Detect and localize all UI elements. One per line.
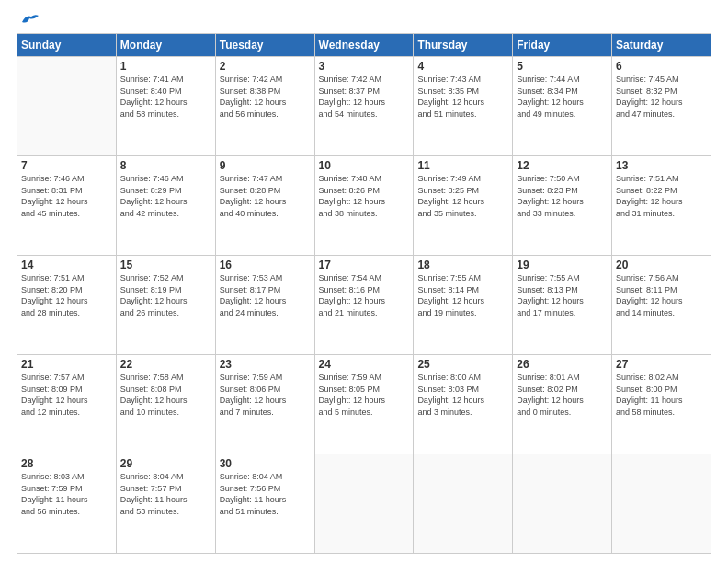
day-number: 14: [21, 259, 112, 271]
day-cell: 2Sunrise: 7:42 AM Sunset: 8:38 PM Daylig…: [215, 57, 314, 156]
weekday-friday: Friday: [513, 34, 612, 57]
day-info: Sunrise: 8:04 AM Sunset: 7:56 PM Dayligh…: [220, 471, 311, 517]
day-number: 6: [616, 60, 707, 73]
day-info: Sunrise: 7:52 AM Sunset: 8:19 PM Dayligh…: [120, 272, 211, 318]
day-cell: 12Sunrise: 7:50 AM Sunset: 8:23 PM Dayli…: [513, 156, 612, 256]
day-info: Sunrise: 7:54 AM Sunset: 8:16 PM Dayligh…: [319, 272, 410, 318]
weekday-wednesday: Wednesday: [314, 34, 414, 57]
day-cell: 21Sunrise: 7:57 AM Sunset: 8:09 PM Dayli…: [17, 355, 117, 454]
day-cell: [612, 454, 711, 554]
day-number: 29: [120, 457, 211, 470]
day-number: 9: [220, 159, 311, 172]
day-cell: 14Sunrise: 7:51 AM Sunset: 8:20 PM Dayli…: [17, 256, 117, 355]
day-info: Sunrise: 8:01 AM Sunset: 8:02 PM Dayligh…: [517, 372, 608, 418]
weekday-monday: Monday: [116, 34, 215, 57]
day-info: Sunrise: 7:59 AM Sunset: 8:06 PM Dayligh…: [220, 372, 311, 418]
day-number: 15: [120, 259, 211, 271]
day-info: Sunrise: 7:44 AM Sunset: 8:34 PM Dayligh…: [517, 74, 608, 120]
day-number: 11: [417, 159, 508, 172]
logo: [17, 17, 39, 26]
week-row-5: 28Sunrise: 8:03 AM Sunset: 7:59 PM Dayli…: [17, 454, 711, 554]
day-cell: 10Sunrise: 7:48 AM Sunset: 8:26 PM Dayli…: [314, 156, 414, 256]
day-cell: 19Sunrise: 7:55 AM Sunset: 8:13 PM Dayli…: [513, 256, 612, 355]
week-row-2: 7Sunrise: 7:46 AM Sunset: 8:31 PM Daylig…: [17, 156, 711, 256]
day-number: 20: [616, 259, 707, 271]
day-info: Sunrise: 8:02 AM Sunset: 8:00 PM Dayligh…: [616, 372, 707, 418]
day-number: 24: [319, 358, 410, 371]
day-cell: 8Sunrise: 7:46 AM Sunset: 8:29 PM Daylig…: [116, 156, 215, 256]
day-cell: 5Sunrise: 7:44 AM Sunset: 8:34 PM Daylig…: [513, 57, 612, 156]
day-info: Sunrise: 8:03 AM Sunset: 7:59 PM Dayligh…: [21, 471, 112, 517]
day-cell: 24Sunrise: 7:59 AM Sunset: 8:05 PM Dayli…: [314, 355, 414, 454]
logo-bird-icon: [18, 13, 39, 29]
weekday-saturday: Saturday: [612, 34, 711, 57]
day-number: 3: [319, 60, 410, 73]
day-cell: 4Sunrise: 7:43 AM Sunset: 8:35 PM Daylig…: [414, 57, 513, 156]
day-info: Sunrise: 7:49 AM Sunset: 8:25 PM Dayligh…: [417, 173, 508, 219]
day-number: 25: [417, 358, 508, 371]
day-number: 30: [220, 457, 311, 470]
day-info: Sunrise: 7:53 AM Sunset: 8:17 PM Dayligh…: [220, 272, 311, 318]
day-info: Sunrise: 7:43 AM Sunset: 8:35 PM Dayligh…: [417, 74, 508, 120]
header: [17, 17, 711, 26]
day-info: Sunrise: 7:41 AM Sunset: 8:40 PM Dayligh…: [120, 74, 211, 120]
day-cell: 15Sunrise: 7:52 AM Sunset: 8:19 PM Dayli…: [116, 256, 215, 355]
day-cell: 17Sunrise: 7:54 AM Sunset: 8:16 PM Dayli…: [314, 256, 414, 355]
day-cell: 13Sunrise: 7:51 AM Sunset: 8:22 PM Dayli…: [612, 156, 711, 256]
day-cell: 26Sunrise: 8:01 AM Sunset: 8:02 PM Dayli…: [513, 355, 612, 454]
day-number: 27: [616, 358, 707, 371]
day-cell: 1Sunrise: 7:41 AM Sunset: 8:40 PM Daylig…: [116, 57, 215, 156]
page: SundayMondayTuesdayWednesdayThursdayFrid…: [0, 0, 728, 563]
day-cell: 30Sunrise: 8:04 AM Sunset: 7:56 PM Dayli…: [215, 454, 314, 554]
day-number: 22: [120, 358, 211, 371]
day-number: 18: [417, 259, 508, 271]
day-number: 21: [21, 358, 112, 371]
day-cell: [314, 454, 414, 554]
day-info: Sunrise: 7:48 AM Sunset: 8:26 PM Dayligh…: [319, 173, 410, 219]
day-cell: 29Sunrise: 8:04 AM Sunset: 7:57 PM Dayli…: [116, 454, 215, 554]
day-number: 26: [517, 358, 608, 371]
weekday-sunday: Sunday: [17, 34, 117, 57]
day-cell: 23Sunrise: 7:59 AM Sunset: 8:06 PM Dayli…: [215, 355, 314, 454]
weekday-thursday: Thursday: [414, 34, 513, 57]
day-number: 23: [220, 358, 311, 371]
day-cell: 28Sunrise: 8:03 AM Sunset: 7:59 PM Dayli…: [17, 454, 117, 554]
day-cell: [414, 454, 513, 554]
day-cell: 27Sunrise: 8:02 AM Sunset: 8:00 PM Dayli…: [612, 355, 711, 454]
day-cell: 20Sunrise: 7:56 AM Sunset: 8:11 PM Dayli…: [612, 256, 711, 355]
day-info: Sunrise: 7:46 AM Sunset: 8:29 PM Dayligh…: [120, 173, 211, 219]
day-info: Sunrise: 7:46 AM Sunset: 8:31 PM Dayligh…: [21, 173, 112, 219]
day-number: 1: [120, 60, 211, 73]
day-number: 13: [616, 159, 707, 172]
day-info: Sunrise: 7:45 AM Sunset: 8:32 PM Dayligh…: [616, 74, 707, 120]
day-cell: 11Sunrise: 7:49 AM Sunset: 8:25 PM Dayli…: [414, 156, 513, 256]
day-number: 7: [21, 159, 112, 172]
day-cell: 22Sunrise: 7:58 AM Sunset: 8:08 PM Dayli…: [116, 355, 215, 454]
day-number: 16: [220, 259, 311, 271]
day-number: 2: [220, 60, 311, 73]
day-info: Sunrise: 8:00 AM Sunset: 8:03 PM Dayligh…: [417, 372, 508, 418]
day-number: 17: [319, 259, 410, 271]
day-number: 28: [21, 457, 112, 470]
weekday-header-row: SundayMondayTuesdayWednesdayThursdayFrid…: [17, 34, 711, 57]
week-row-4: 21Sunrise: 7:57 AM Sunset: 8:09 PM Dayli…: [17, 355, 711, 454]
day-number: 12: [517, 159, 608, 172]
day-number: 8: [120, 159, 211, 172]
day-info: Sunrise: 7:55 AM Sunset: 8:14 PM Dayligh…: [417, 272, 508, 318]
day-info: Sunrise: 7:51 AM Sunset: 8:20 PM Dayligh…: [21, 272, 112, 318]
day-cell: 16Sunrise: 7:53 AM Sunset: 8:17 PM Dayli…: [215, 256, 314, 355]
day-info: Sunrise: 7:58 AM Sunset: 8:08 PM Dayligh…: [120, 372, 211, 418]
weekday-tuesday: Tuesday: [215, 34, 314, 57]
day-cell: 18Sunrise: 7:55 AM Sunset: 8:14 PM Dayli…: [414, 256, 513, 355]
day-info: Sunrise: 7:56 AM Sunset: 8:11 PM Dayligh…: [616, 272, 707, 318]
day-number: 10: [319, 159, 410, 172]
week-row-3: 14Sunrise: 7:51 AM Sunset: 8:20 PM Dayli…: [17, 256, 711, 355]
day-info: Sunrise: 7:55 AM Sunset: 8:13 PM Dayligh…: [517, 272, 608, 318]
day-info: Sunrise: 8:04 AM Sunset: 7:57 PM Dayligh…: [120, 471, 211, 517]
day-cell: 6Sunrise: 7:45 AM Sunset: 8:32 PM Daylig…: [612, 57, 711, 156]
day-number: 19: [517, 259, 608, 271]
day-number: 5: [517, 60, 608, 73]
day-cell: [513, 454, 612, 554]
day-info: Sunrise: 7:42 AM Sunset: 8:37 PM Dayligh…: [319, 74, 410, 120]
day-cell: 25Sunrise: 8:00 AM Sunset: 8:03 PM Dayli…: [414, 355, 513, 454]
